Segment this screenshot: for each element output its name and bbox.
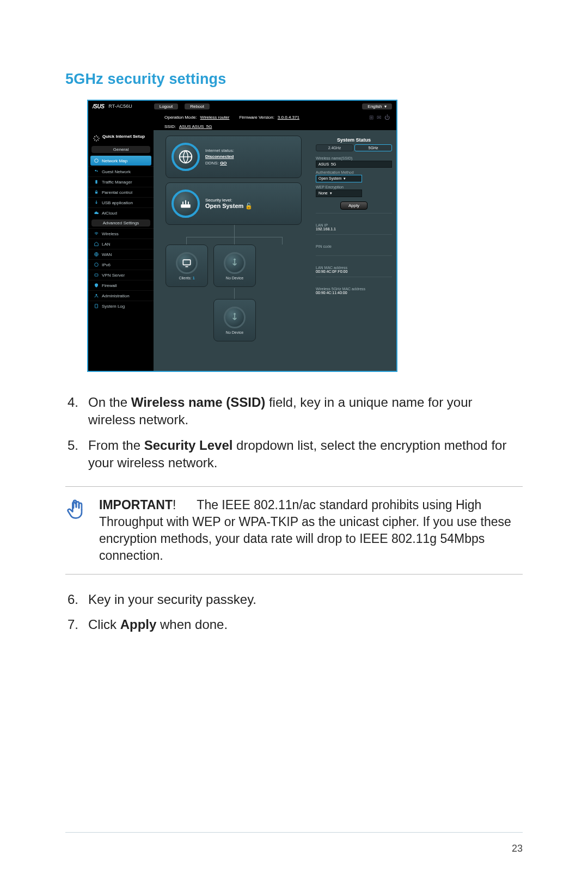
main-area: Internet status: Disconnected DDNS: GO S… bbox=[154, 130, 396, 371]
sitemap-icon[interactable]: ⊞ bbox=[369, 114, 373, 120]
svg-rect-4 bbox=[95, 192, 97, 193]
firmware-link[interactable]: 3.0.0.4.371 bbox=[278, 115, 299, 120]
nav-firewall[interactable]: Firewall bbox=[88, 280, 154, 290]
hand-icon bbox=[65, 498, 87, 564]
footer-rule bbox=[65, 832, 523, 833]
usb-icon bbox=[224, 307, 246, 328]
step-5: 5. From the Security Level dropdown list… bbox=[65, 437, 523, 472]
internet-status-card[interactable]: Internet status: Disconnected DDNS: GO bbox=[166, 136, 302, 178]
ssid-info: SSID: ASUS ASUS_5G bbox=[88, 123, 396, 130]
panel-title: System Status bbox=[316, 136, 392, 144]
nav-lan[interactable]: LAN bbox=[88, 239, 154, 249]
language-select[interactable]: English ▾ bbox=[362, 103, 392, 109]
pin-label: PIN code bbox=[316, 245, 392, 248]
section-title: 5GHz security settings bbox=[65, 71, 523, 88]
svg-point-2 bbox=[97, 170, 98, 172]
op-mode-link[interactable]: Wireless router bbox=[200, 115, 230, 120]
globe-icon bbox=[171, 143, 200, 171]
svg-rect-3 bbox=[95, 180, 97, 184]
important-note: IMPORTANT! The IEEE 802.11n/ac standard … bbox=[65, 486, 523, 575]
nav-usb-application[interactable]: USB application bbox=[88, 197, 154, 207]
nav-network-map[interactable]: Network Map bbox=[90, 155, 151, 166]
nav-wireless[interactable]: Wireless bbox=[88, 228, 154, 239]
nav-traffic-manager[interactable]: Traffic Manager bbox=[88, 176, 154, 187]
brand-logo: /SUS bbox=[93, 103, 104, 109]
security-level-card[interactable]: Security level: Open System 🔓 bbox=[166, 182, 302, 225]
svg-rect-11 bbox=[181, 204, 191, 207]
wmac-label: Wireless 5GHz MAC address bbox=[316, 287, 392, 291]
nav-ipv6[interactable]: IPv6 bbox=[88, 259, 154, 270]
step-4: 4. On the Wireless name (SSID) field, ke… bbox=[65, 394, 523, 429]
wmac-value: 00:90:4C:11:40:00 bbox=[316, 291, 392, 295]
usb2-card[interactable]: No Device bbox=[213, 299, 256, 341]
router-icon bbox=[171, 190, 200, 218]
router-screenshot: /SUS RT-AC56U Logout Reboot English ▾ Op… bbox=[87, 100, 397, 372]
tab-24ghz[interactable]: 2.4GHz bbox=[316, 144, 353, 151]
pin-value bbox=[316, 248, 392, 252]
svg-point-1 bbox=[95, 170, 97, 172]
usb1-card[interactable]: No Device bbox=[213, 245, 256, 287]
nav-wan[interactable]: WAN bbox=[88, 249, 154, 259]
nav-aicloud[interactable]: AiCloud bbox=[88, 207, 154, 218]
system-status-panel: System Status 2.4GHz 5GHz Wireless name(… bbox=[316, 136, 392, 295]
lan-ip-label: LAN IP bbox=[316, 223, 392, 227]
router-topbar: /SUS RT-AC56U Logout Reboot English ▾ bbox=[88, 101, 396, 112]
reboot-button[interactable]: Reboot bbox=[185, 103, 210, 109]
page-number: 23 bbox=[512, 843, 523, 854]
auth-select[interactable]: Open System ▾ bbox=[316, 175, 362, 182]
nav-vpn-server[interactable]: VPN Server bbox=[88, 270, 154, 280]
svg-rect-7 bbox=[95, 274, 98, 276]
lan-mac-label: LAN MAC address bbox=[316, 266, 392, 270]
ssid-input[interactable] bbox=[316, 161, 392, 168]
svg-point-0 bbox=[95, 159, 99, 163]
svg-point-6 bbox=[95, 263, 99, 267]
nav-parental-control[interactable]: Parental control bbox=[88, 187, 154, 197]
power-icon[interactable]: ⏻ bbox=[384, 114, 390, 120]
step-6: 6. Key in your security passkey. bbox=[65, 591, 523, 608]
advanced-section: Advanced Settings bbox=[91, 219, 150, 227]
usb-icon bbox=[224, 252, 246, 274]
auth-label: Authentication Method bbox=[316, 170, 392, 174]
svg-rect-12 bbox=[183, 260, 190, 265]
lan-ip-value: 192.168.1.1 bbox=[316, 227, 392, 231]
step-7: 7. Click Apply when done. bbox=[65, 616, 523, 633]
lock-icon: 🔓 bbox=[245, 203, 253, 209]
nav-administration[interactable]: Administration bbox=[88, 290, 154, 301]
wep-select[interactable]: None ▾ bbox=[316, 190, 362, 197]
lan-mac-value: 00:90:4C:0F:F0:00 bbox=[316, 270, 392, 273]
mail-icon[interactable]: ✉ bbox=[377, 114, 381, 120]
svg-point-8 bbox=[96, 294, 97, 296]
wep-label: WEP Encryption bbox=[316, 185, 392, 189]
monitor-icon bbox=[176, 252, 198, 274]
clients-card[interactable]: Clients: 1 bbox=[166, 245, 208, 287]
apply-button[interactable]: Apply bbox=[340, 201, 367, 210]
router-info-bar: Operation Mode: Wireless router Firmware… bbox=[88, 112, 396, 123]
nav-guest-network[interactable]: Guest Network bbox=[88, 166, 154, 176]
logout-button[interactable]: Logout bbox=[154, 103, 178, 109]
tab-5ghz[interactable]: 5GHz bbox=[354, 144, 392, 151]
model-label: RT-AC56U bbox=[108, 103, 132, 109]
general-section: General bbox=[91, 146, 150, 153]
sidebar: Quick Internet Setup General Network Map… bbox=[88, 130, 154, 371]
nav-system-log[interactable]: System Log bbox=[88, 301, 154, 311]
quick-setup-button[interactable]: Quick Internet Setup bbox=[88, 132, 154, 144]
svg-rect-9 bbox=[95, 304, 98, 308]
ssid-label: Wireless name(SSID) bbox=[316, 156, 392, 160]
